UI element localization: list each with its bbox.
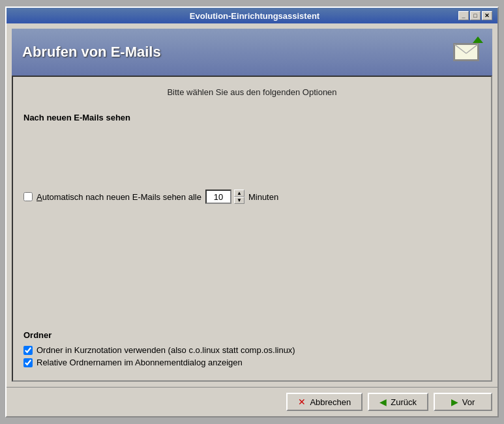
- ordner-checkbox1-row: Ordner in Kurznotation verwenden (also c…: [23, 345, 481, 355]
- auto-check-row: Automatisch nach neuen E-Mails sehen all…: [23, 190, 481, 204]
- header-panel: Abrufen von E-Mails: [12, 29, 492, 76]
- ordner-checkbox2[interactable]: [23, 358, 33, 367]
- minutes-input[interactable]: [205, 190, 231, 204]
- window-title: Evolution-Einrichtungsassistent: [51, 11, 458, 21]
- minimize-button[interactable]: _: [458, 11, 469, 20]
- bottom-buttons-bar: ✕ Abbrechen ◀ Zurück ▶ Vor: [7, 387, 497, 416]
- main-panel: Bitte wählen Sie aus den folgenden Optio…: [12, 76, 492, 382]
- auto-check-label: Automatisch nach neuen E-Mails sehen all…: [37, 192, 201, 202]
- titlebar: Evolution-Einrichtungsassistent _ □ ✕: [7, 8, 497, 23]
- titlebar-buttons: _ □ ✕: [458, 11, 492, 20]
- page-title: Abrufen von E-Mails: [22, 44, 161, 61]
- next-icon: ▶: [451, 397, 458, 407]
- ordner-section: Ordner Ordner in Kurznotation verwenden …: [23, 325, 481, 370]
- minutes-label: Minuten: [248, 192, 278, 202]
- next-button[interactable]: ▶ Vor: [434, 393, 492, 411]
- subtitle-text: Bitte wählen Sie aus den folgenden Optio…: [23, 87, 481, 97]
- content-area: Abrufen von E-Mails Bitte wählen Sie aus…: [7, 23, 497, 387]
- section-new-emails-title: Nach neuen E-Mails sehen: [23, 113, 481, 122]
- ordner-checkbox1[interactable]: [23, 346, 33, 355]
- minutes-spinbox: ▲ ▼: [205, 190, 245, 204]
- spinbox-buttons: ▲ ▼: [234, 190, 245, 204]
- cancel-icon: ✕: [298, 397, 306, 407]
- main-window: Evolution-Einrichtungsassistent _ □ ✕ Ab…: [5, 7, 499, 417]
- spin-down-button[interactable]: ▼: [234, 197, 245, 204]
- back-icon: ◀: [379, 397, 387, 407]
- ordner-section-title: Ordner: [23, 330, 481, 340]
- email-icon: [451, 36, 482, 68]
- spin-up-button[interactable]: ▲: [234, 190, 245, 197]
- maximize-button[interactable]: □: [470, 11, 481, 20]
- ordner-checkbox1-label: Ordner in Kurznotation verwenden (also c…: [37, 345, 295, 355]
- auto-check-checkbox[interactable]: [23, 192, 33, 201]
- close-button[interactable]: ✕: [482, 11, 492, 20]
- cancel-button[interactable]: ✕ Abbrechen: [286, 393, 363, 411]
- ordner-checkbox2-row: Relative Ordnernamen im Abonnementdialog…: [23, 358, 481, 367]
- back-button[interactable]: ◀ Zurück: [368, 393, 428, 411]
- ordner-checkbox2-label: Relative Ordnernamen im Abonnementdialog…: [37, 358, 243, 367]
